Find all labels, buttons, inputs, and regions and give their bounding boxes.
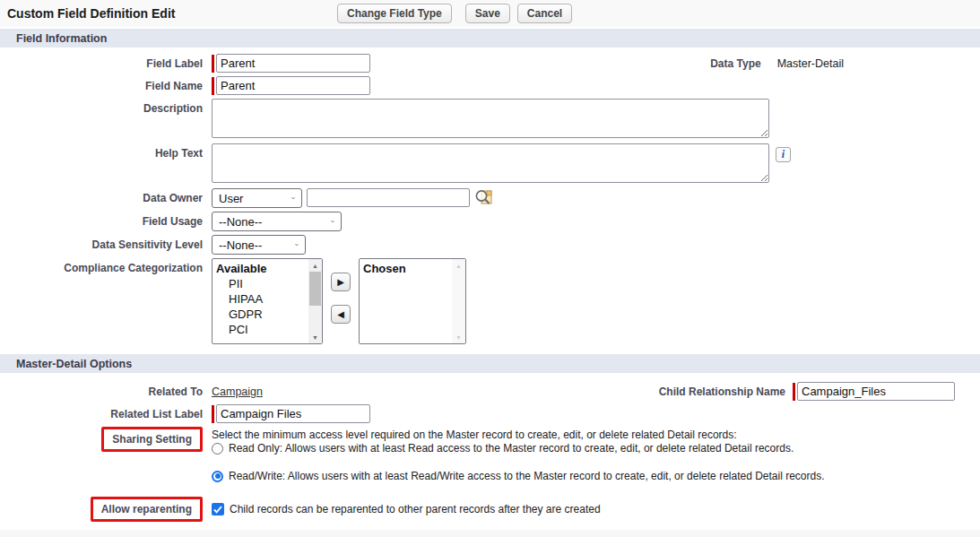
save-button[interactable]: Save bbox=[465, 4, 510, 23]
help-text-textarea[interactable] bbox=[212, 143, 769, 183]
scroll-up-icon: ▲ bbox=[452, 259, 465, 272]
section-title-master-detail-options: Master-Detail Options bbox=[16, 358, 132, 370]
chosen-scrollbar[interactable]: ▲ ▼ bbox=[452, 259, 465, 343]
allow-reparenting-label-cell: Allow reparenting bbox=[0, 497, 212, 522]
help-text-row: Help Text i bbox=[0, 143, 980, 183]
cancel-button[interactable]: Cancel bbox=[517, 4, 572, 23]
field-usage-field: --None-- bbox=[212, 212, 342, 231]
required-indicator bbox=[212, 405, 214, 423]
sharing-setting-row: Sharing Setting Select the minimum acces… bbox=[0, 427, 980, 482]
allow-reparenting-highlight-box: Allow reparenting bbox=[91, 497, 203, 522]
master-detail-options-form: Related To Campaign Child Relationship N… bbox=[0, 373, 980, 530]
data-owner-search-input[interactable] bbox=[307, 188, 470, 207]
page-header: Custom Field Definition Edit Change Fiel… bbox=[0, 0, 980, 27]
data-owner-type-value: User bbox=[219, 192, 243, 205]
section-header-field-information: Field Information bbox=[0, 27, 980, 48]
child-relationship-name-input[interactable] bbox=[797, 382, 955, 401]
field-name-input[interactable] bbox=[216, 76, 370, 95]
data-owner-type-select[interactable]: User bbox=[212, 188, 302, 208]
compliance-categorization-label: Compliance Categorization bbox=[0, 258, 212, 274]
description-textarea[interactable] bbox=[212, 99, 769, 138]
related-list-label-field bbox=[212, 404, 370, 423]
data-sensitivity-value: --None-- bbox=[219, 238, 262, 252]
field-name-label: Field Name bbox=[0, 76, 212, 92]
field-label-field bbox=[212, 54, 370, 73]
sharing-setting-highlight-box: Sharing Setting bbox=[101, 427, 203, 452]
chosen-listbox[interactable]: Chosen ▲ ▼ bbox=[359, 258, 466, 344]
required-indicator bbox=[212, 77, 214, 95]
right-triangle-icon: ▶ bbox=[337, 277, 344, 287]
related-to-label: Related To bbox=[0, 382, 212, 398]
field-usage-row: Field Usage --None-- bbox=[0, 212, 980, 231]
field-usage-select[interactable]: --None-- bbox=[212, 212, 342, 231]
allow-reparenting-field: Child records can be reparented to other… bbox=[212, 503, 601, 515]
left-triangle-icon: ◀ bbox=[337, 309, 344, 319]
data-sensitivity-field: --None-- bbox=[212, 235, 306, 255]
move-buttons: ▶ ◀ bbox=[331, 258, 351, 324]
read-only-radio-option[interactable]: Read Only: Allows users with at least Re… bbox=[212, 442, 825, 455]
field-usage-value: --None-- bbox=[219, 215, 262, 229]
related-list-label-label: Related List Label bbox=[0, 404, 212, 420]
chevron-down-icon bbox=[325, 219, 334, 224]
data-sensitivity-row: Data Sensitivity Level --None-- bbox=[0, 235, 980, 255]
field-usage-label: Field Usage bbox=[0, 212, 212, 228]
chevron-down-icon bbox=[290, 242, 299, 247]
sharing-setting-field: Select the minimum access level required… bbox=[212, 427, 825, 482]
available-header: Available bbox=[216, 261, 308, 276]
scrollbar-thumb[interactable] bbox=[309, 272, 321, 306]
allow-reparenting-checkbox-label: Child records can be reparented to other… bbox=[230, 503, 601, 515]
radio-unchecked-icon[interactable] bbox=[212, 443, 223, 455]
field-label-input[interactable] bbox=[216, 54, 370, 73]
child-relationship-group: Child Relationship Name bbox=[659, 382, 955, 401]
move-right-button[interactable]: ▶ bbox=[331, 273, 351, 291]
description-label: Description bbox=[0, 99, 212, 115]
data-owner-field: User bbox=[212, 188, 493, 208]
required-indicator bbox=[793, 383, 795, 401]
related-list-label-row: Related List Label bbox=[0, 404, 980, 423]
related-to-row: Related To Campaign Child Relationship N… bbox=[0, 382, 980, 401]
change-field-type-button[interactable]: Change Field Type bbox=[337, 4, 452, 23]
info-icon[interactable]: i bbox=[776, 147, 791, 162]
bottom-spacer bbox=[0, 530, 980, 537]
checkbox-checked-icon[interactable] bbox=[212, 503, 224, 515]
related-to-link[interactable]: Campaign bbox=[212, 382, 263, 398]
sharing-setting-label: Sharing Setting bbox=[112, 433, 192, 446]
lookup-magnifier-icon bbox=[474, 189, 493, 205]
compliance-categorization-row: Compliance Categorization Available PII … bbox=[0, 258, 980, 344]
lookup-button[interactable] bbox=[474, 189, 493, 208]
data-sensitivity-select[interactable]: --None-- bbox=[212, 235, 306, 255]
scroll-up-icon[interactable]: ▲ bbox=[308, 259, 322, 272]
field-name-row: Field Name bbox=[0, 76, 980, 95]
scrollbar-track[interactable] bbox=[308, 272, 322, 331]
available-scrollbar[interactable]: ▲ ▼ bbox=[308, 259, 322, 343]
list-item-gdpr[interactable]: GDPR bbox=[216, 307, 308, 322]
scroll-down-icon: ▼ bbox=[452, 331, 465, 343]
scroll-down-icon[interactable]: ▼ bbox=[308, 331, 322, 343]
available-list: Available PII HIPAA GDPR PCI bbox=[212, 259, 308, 343]
field-name-field bbox=[212, 76, 370, 95]
sharing-setting-label-cell: Sharing Setting bbox=[0, 427, 212, 452]
header-actions: Change Field Type Save Cancel bbox=[337, 4, 572, 23]
field-label-label: Field Label bbox=[0, 54, 212, 70]
move-left-button[interactable]: ◀ bbox=[331, 305, 351, 324]
list-item-pii[interactable]: PII bbox=[216, 276, 308, 291]
radio-checked-icon[interactable] bbox=[212, 471, 223, 482]
read-write-radio-option[interactable]: Read/Write: Allows users with at least R… bbox=[212, 470, 825, 482]
field-label-row: Field Label Data Type Master-Detail bbox=[0, 54, 980, 73]
data-type-value: Master-Detail bbox=[777, 57, 844, 70]
description-row: Description bbox=[0, 99, 980, 138]
help-text-field: i bbox=[212, 143, 791, 183]
description-field bbox=[212, 99, 769, 138]
read-only-radio-label: Read Only: Allows users with at least Re… bbox=[229, 442, 794, 455]
list-item-pci[interactable]: PCI bbox=[216, 322, 308, 337]
related-list-label-input[interactable] bbox=[216, 404, 370, 423]
required-indicator bbox=[212, 55, 214, 73]
child-relationship-name-label: Child Relationship Name bbox=[659, 382, 785, 398]
data-type-label: Data Type bbox=[710, 57, 760, 70]
read-write-radio-label: Read/Write: Allows users with at least R… bbox=[229, 470, 825, 482]
data-owner-row: Data Owner User bbox=[0, 188, 980, 208]
data-owner-label: Data Owner bbox=[0, 188, 212, 204]
list-item-hipaa[interactable]: HIPAA bbox=[216, 291, 308, 307]
data-type-group: Data Type Master-Detail bbox=[710, 54, 844, 70]
available-listbox[interactable]: Available PII HIPAA GDPR PCI ▲ ▼ bbox=[212, 258, 323, 344]
